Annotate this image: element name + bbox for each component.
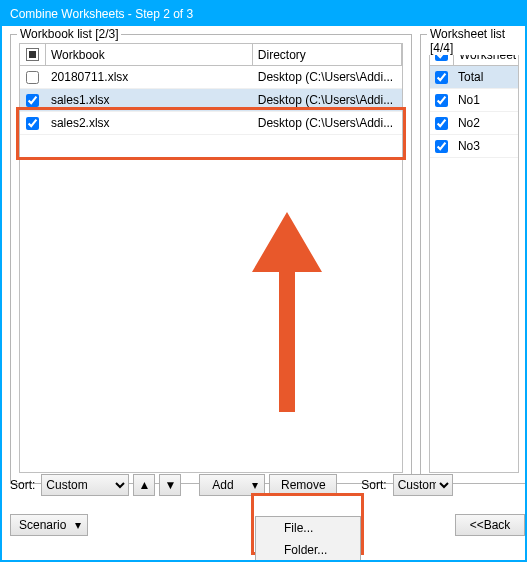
table-row[interactable]: No1: [430, 89, 518, 112]
workbook-header-checkbox-cell[interactable]: [20, 44, 46, 66]
window-title: Combine Worksheets - Step 2 of 3: [10, 7, 193, 21]
table-row[interactable]: 20180711.xlsx Desktop (C:\Users\Addi...: [20, 66, 402, 89]
sort-dropdown-right[interactable]: Custom: [393, 474, 453, 496]
bottom-toolbar-2: Scenario ▾ <<Back: [10, 510, 525, 540]
window-titlebar: Combine Worksheets - Step 2 of 3: [2, 2, 525, 26]
worksheet-name-cell: No2: [453, 112, 518, 135]
back-button[interactable]: <<Back: [455, 514, 525, 536]
sort-label: Sort:: [10, 478, 37, 492]
workbook-dir-cell: Desktop (C:\Users\Addi...: [253, 66, 402, 89]
workbook-list-group: Workbook list [2/3] Workbook Directory 2…: [10, 34, 412, 484]
workbook-grid: Workbook Directory 20180711.xlsx Desktop…: [19, 43, 403, 473]
chevron-down-icon: ▾: [252, 478, 258, 492]
workbook-list-label: Workbook list [2/3]: [17, 27, 121, 41]
add-menu-folder[interactable]: Folder...: [256, 539, 360, 561]
sort-up-button[interactable]: ▲: [133, 474, 155, 496]
table-row[interactable]: sales2.xlsx Desktop (C:\Users\Addi...: [20, 112, 402, 135]
workbook-select-all-checkbox[interactable]: [26, 48, 39, 61]
row-checkbox[interactable]: [435, 140, 448, 153]
row-checkbox[interactable]: [435, 71, 448, 84]
workbook-name-cell: 20180711.xlsx: [46, 66, 253, 89]
worksheet-list-label: Worksheet list [4/4]: [427, 27, 527, 55]
worksheet-grid-body: Total No1 No2 No3: [430, 66, 518, 158]
sort-down-button[interactable]: ▼: [159, 474, 181, 496]
row-checkbox[interactable]: [26, 94, 39, 107]
workbook-name-cell: sales1.xlsx: [46, 89, 253, 112]
row-checkbox[interactable]: [435, 117, 448, 130]
workbook-column-header[interactable]: Workbook: [46, 44, 253, 66]
sort-dropdown[interactable]: Custom: [41, 474, 129, 496]
table-row[interactable]: Total: [430, 66, 518, 89]
workbook-dir-cell: Desktop (C:\Users\Addi...: [253, 112, 402, 135]
bottom-toolbar: Sort: Custom ▲ ▼ Add ▾ Remove Sort: Cust…: [10, 470, 525, 500]
sort-label-right: Sort:: [361, 478, 388, 492]
row-checkbox[interactable]: [26, 71, 39, 84]
row-checkbox[interactable]: [26, 117, 39, 130]
workbook-dir-cell: Desktop (C:\Users\Addi...: [253, 89, 402, 112]
worksheet-name-cell: No1: [453, 89, 518, 112]
add-button-label: Add: [212, 478, 233, 492]
table-row[interactable]: sales1.xlsx Desktop (C:\Users\Addi...: [20, 89, 402, 112]
row-checkbox[interactable]: [435, 94, 448, 107]
table-row[interactable]: No3: [430, 135, 518, 158]
workbook-grid-header: Workbook Directory: [20, 44, 402, 66]
workbook-name-cell: sales2.xlsx: [46, 112, 253, 135]
remove-button[interactable]: Remove: [269, 474, 337, 496]
worksheet-grid: Worksheet Total No1 No2 No3: [429, 43, 519, 473]
chevron-down-icon: ▾: [75, 518, 81, 532]
worksheet-name-cell: No3: [453, 135, 518, 158]
directory-column-header[interactable]: Directory: [253, 44, 402, 66]
add-button[interactable]: Add ▾: [199, 474, 265, 496]
scenario-button[interactable]: Scenario ▾: [10, 514, 88, 536]
worksheet-name-cell: Total: [453, 66, 518, 89]
workbook-grid-body: 20180711.xlsx Desktop (C:\Users\Addi... …: [20, 66, 402, 135]
worksheet-list-group: Worksheet list [4/4] Worksheet Total No1: [420, 34, 527, 484]
table-row[interactable]: No2: [430, 112, 518, 135]
